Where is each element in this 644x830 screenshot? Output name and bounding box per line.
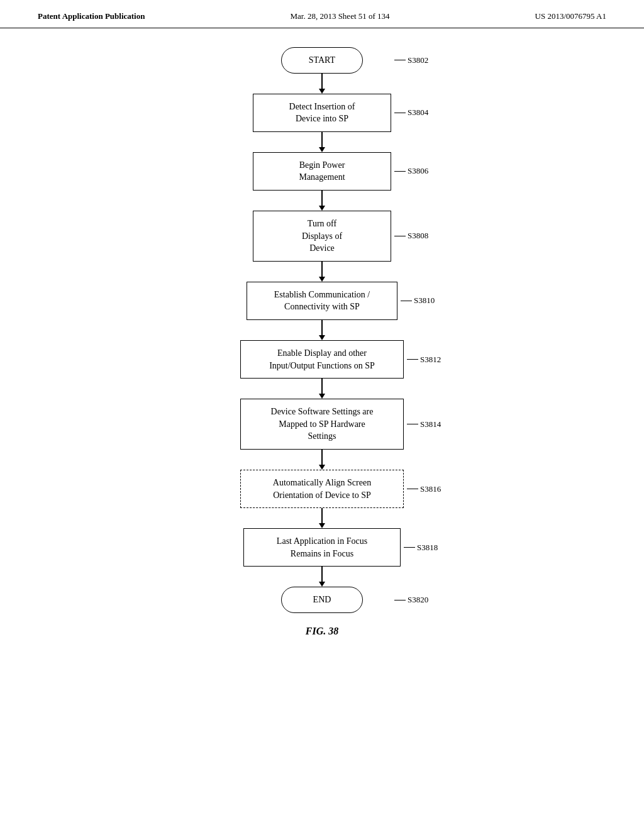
- arrow-1: [319, 74, 325, 94]
- node-S3818: Last Application in FocusRemains in Focu…: [243, 528, 401, 567]
- node-S3816: Automatically Align ScreenOrientation of…: [240, 470, 404, 508]
- auto-align-node: Automatically Align ScreenOrientation of…: [240, 470, 404, 508]
- device-software-settings-node: Device Software Settings areMapped to SP…: [240, 399, 404, 450]
- step-label-S3802: S3802: [394, 55, 428, 65]
- arrow-4: [319, 262, 325, 282]
- arrow-head: [319, 523, 325, 528]
- arrow-9: [319, 567, 325, 587]
- enable-display-node: Enable Display and otherInput/Output Fun…: [240, 340, 404, 379]
- arrow-head: [319, 582, 325, 587]
- step-label-S3804: S3804: [394, 108, 428, 118]
- step-label-S3814: S3814: [407, 419, 441, 429]
- arrow-2: [319, 132, 325, 152]
- last-app-focus-node: Last Application in FocusRemains in Focu…: [243, 528, 401, 567]
- node-S3820: END S3820: [281, 587, 363, 613]
- header-left: Patent Application Publication: [38, 11, 145, 21]
- begin-power-node: Begin PowerManagement: [253, 152, 391, 191]
- arrow-line: [321, 320, 323, 335]
- turn-off-displays-node: Turn offDisplays ofDevice: [253, 211, 391, 262]
- end-node: END: [281, 587, 363, 613]
- step-label-S3818: S3818: [404, 543, 438, 553]
- step-label-S3808: S3808: [394, 231, 428, 241]
- arrow-line: [321, 450, 323, 465]
- arrow-line: [321, 74, 323, 89]
- node-S3808: Turn offDisplays ofDevice S3808: [253, 211, 391, 262]
- arrow-7: [319, 450, 325, 470]
- step-label-S3820: S3820: [394, 595, 428, 605]
- arrow-head: [319, 465, 325, 470]
- arrow-head: [319, 394, 325, 399]
- node-S3810: Establish Communication /Connectivity wi…: [247, 282, 397, 320]
- detect-insertion-node: Detect Insertion ofDevice into SP: [253, 94, 391, 132]
- step-label-S3816: S3816: [407, 484, 441, 494]
- node-S3806: Begin PowerManagement S3806: [253, 152, 391, 191]
- step-label-S3806: S3806: [394, 166, 428, 176]
- node-S3804: Detect Insertion ofDevice into SP S3804: [253, 94, 391, 132]
- figure-label: FIG. 38: [306, 626, 338, 637]
- node-S3812: Enable Display and otherInput/Output Fun…: [240, 340, 404, 379]
- arrow-head: [319, 206, 325, 211]
- arrow-8: [319, 508, 325, 528]
- arrow-6: [319, 379, 325, 399]
- arrow-line: [321, 262, 323, 277]
- node-S3814: Device Software Settings areMapped to SP…: [240, 399, 404, 450]
- arrow-line: [321, 379, 323, 394]
- arrow-head: [319, 277, 325, 282]
- diagram-container: START S3802 Detect Insertion ofDevice in…: [0, 35, 644, 637]
- arrow-head: [319, 335, 325, 340]
- node-S3802: START S3802: [281, 47, 363, 74]
- page-header: Patent Application Publication Mar. 28, …: [0, 0, 644, 28]
- arrow-5: [319, 320, 325, 340]
- arrow-head: [319, 147, 325, 152]
- header-center: Mar. 28, 2013 Sheet 51 of 134: [290, 11, 389, 21]
- start-node: START: [281, 47, 363, 74]
- arrow-line: [321, 191, 323, 206]
- arrow-line: [321, 132, 323, 147]
- step-label-S3812: S3812: [407, 355, 441, 365]
- step-label-S3810: S3810: [401, 296, 435, 306]
- arrow-line: [321, 567, 323, 582]
- establish-comm-node: Establish Communication /Connectivity wi…: [247, 282, 397, 320]
- header-right: US 2013/0076795 A1: [535, 11, 606, 21]
- arrow-line: [321, 508, 323, 523]
- arrow-3: [319, 191, 325, 211]
- arrow-head: [319, 89, 325, 94]
